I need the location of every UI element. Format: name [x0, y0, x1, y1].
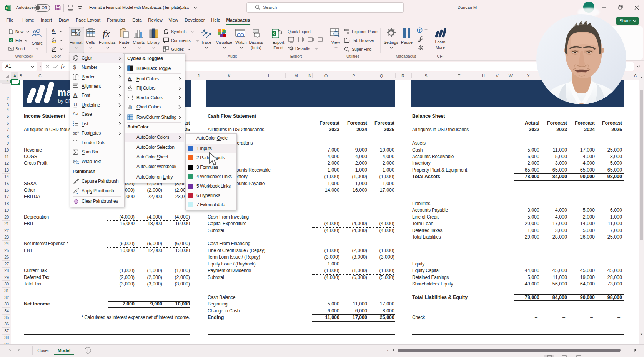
svg-text:X: X	[5, 6, 8, 10]
svg-text:1: 1	[77, 130, 79, 133]
svg-text:Aa: Aa	[73, 111, 78, 117]
svg-text:A: A	[128, 76, 131, 80]
svg-text:$: $	[73, 64, 76, 70]
svg-text:U: U	[74, 102, 77, 107]
svg-text:ab: ab	[73, 131, 77, 135]
svg-text:X: X	[273, 32, 275, 36]
svg-text:fx: fx	[103, 28, 110, 39]
svg-text:?: ?	[419, 28, 421, 32]
svg-text:A: A	[73, 92, 77, 98]
svg-text:c: c	[73, 161, 75, 165]
svg-text:A: A	[52, 28, 55, 33]
svg-text:fx: fx	[61, 64, 65, 69]
